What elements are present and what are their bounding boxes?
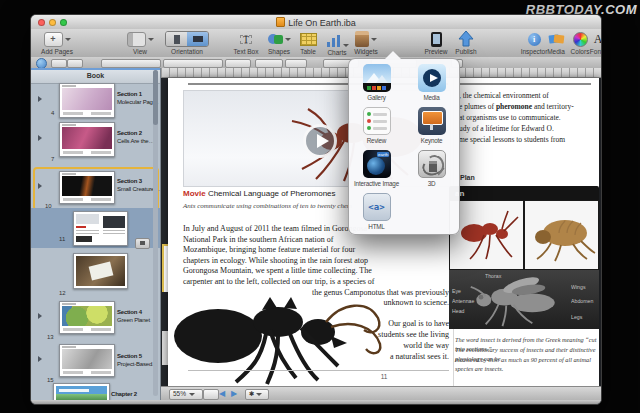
- body-text-fragment: me special lessons to students from: [459, 135, 599, 144]
- section-5-thumbnail[interactable]: [59, 344, 115, 377]
- status-bar: 55% ◀ ▶ ✱: [161, 386, 601, 400]
- page-number: 7: [51, 156, 54, 162]
- widgets-popover: Gallery Media Review Keynote: [348, 58, 460, 235]
- movie-subcaption: Ants communicate using combinations of t…: [183, 202, 352, 210]
- chevron-down-icon: [285, 38, 291, 41]
- widget-caption: measured by this: as much as 90 percent …: [455, 355, 599, 373]
- page-number: 12: [59, 290, 66, 296]
- typeface-dropdown[interactable]: [163, 59, 223, 68]
- flea-photo: [525, 201, 598, 269]
- chevron-down-icon: [256, 393, 262, 396]
- disclosure-triangle[interactable]: [38, 183, 42, 189]
- fonts-button[interactable]: A Fonts: [588, 31, 602, 55]
- disclosure-triangle[interactable]: [38, 313, 42, 319]
- orientation-control[interactable]: Orientation: [159, 31, 215, 55]
- section-1-thumbnail[interactable]: [59, 83, 115, 118]
- media-play-icon: [418, 64, 446, 92]
- page-widget-badge[interactable]: [135, 238, 150, 249]
- font-size-dropdown[interactable]: [225, 59, 251, 68]
- footer-rule: [188, 370, 449, 371]
- text-box-button[interactable]: T Text Box: [229, 31, 263, 55]
- insect-diagram: [463, 272, 583, 328]
- insect-diagram-panel[interactable]: Thorax Eye Antennae Head Wings Abdomen L…: [449, 270, 599, 329]
- page-number: 11: [59, 236, 65, 242]
- text-color-control[interactable]: [255, 59, 283, 68]
- chart-bars-icon: [322, 31, 352, 48]
- next-page-button[interactable]: ▶: [231, 390, 237, 398]
- specimen-photo-row[interactable]: [449, 200, 599, 270]
- font-family-dropdown[interactable]: [101, 59, 161, 68]
- square-shape-icon: [274, 35, 283, 44]
- publish-button[interactable]: Publish: [451, 31, 481, 55]
- text-box-icon: T: [240, 35, 252, 44]
- media-icon: [543, 31, 569, 47]
- widget-html[interactable]: <a> HTML: [349, 193, 404, 230]
- document-icon: [276, 17, 285, 27]
- charts-button[interactable]: Charts: [322, 31, 352, 56]
- widget-keynote[interactable]: Keynote: [404, 107, 459, 144]
- chapter-2-label[interactable]: Chapter 2: [111, 390, 137, 398]
- widget-box-icon: [355, 31, 369, 47]
- ipad-icon: [431, 32, 442, 47]
- publish-arrow-icon: [451, 31, 481, 47]
- preview-button[interactable]: Preview: [421, 31, 451, 55]
- add-pages-button[interactable]: + Add Pages: [37, 31, 77, 55]
- format-control[interactable]: [51, 59, 67, 68]
- page-11-thumbnail[interactable]: [73, 211, 128, 246]
- play-button[interactable]: [303, 124, 337, 158]
- media-button[interactable]: Media: [543, 31, 569, 55]
- table-icon: [300, 33, 317, 46]
- chapter-2-thumbnail[interactable]: [53, 383, 110, 400]
- body-text-fragment: , the chemical environment of: [459, 91, 599, 100]
- section-2-label[interactable]: Section 2 Cells Are the…: [117, 129, 154, 145]
- html-tag-icon: <a>: [363, 193, 391, 221]
- sidebar: Book Section 1 Molecular Pag… 4 Section …: [31, 68, 161, 400]
- body-text-fragment: udy of a lifetime for Edward O.: [459, 124, 599, 133]
- disclosure-triangle[interactable]: [38, 356, 42, 362]
- section-3-thumbnail[interactable]: [59, 171, 115, 204]
- section-4-thumbnail[interactable]: [59, 301, 115, 334]
- fonts-icon: A: [594, 36, 602, 43]
- format-control[interactable]: [67, 59, 83, 68]
- disclosure-triangle[interactable]: [38, 96, 42, 102]
- body-text-fragment: at organisms use to communicate.: [459, 113, 599, 122]
- review-checklist-icon: [363, 107, 391, 135]
- chevron-down-icon: [189, 393, 195, 396]
- lesson-plan-label: Plan: [460, 174, 475, 181]
- sidebar-header[interactable]: Book: [31, 68, 160, 84]
- widget-3d[interactable]: 3D: [404, 150, 459, 187]
- widget-review[interactable]: Review: [349, 107, 404, 144]
- header-rule: [459, 83, 591, 85]
- portrait-icon[interactable]: [166, 32, 187, 46]
- bold-italic-control[interactable]: [285, 59, 307, 68]
- page-options-menu[interactable]: ✱: [245, 389, 269, 400]
- zoom-dropdown[interactable]: 55%: [169, 389, 203, 400]
- chevron-down-icon: [65, 38, 71, 41]
- page-12-thumbnail[interactable]: [73, 253, 128, 289]
- widget-media[interactable]: Media: [404, 64, 459, 101]
- section-5-label[interactable]: Section 5 Project-Based…: [117, 352, 158, 368]
- window-bottom-edge: [31, 400, 601, 404]
- section-4-label[interactable]: Section 4 Green Planet: [117, 308, 150, 324]
- widget-interactive-image[interactable]: earth Interactive Image: [349, 150, 404, 187]
- plus-icon: +: [44, 32, 63, 47]
- sidebar-scrollbar[interactable]: [153, 70, 158, 396]
- scrollbar-thumb[interactable]: [153, 70, 158, 125]
- body-text-fragment: e plumes of pheromone and territory-: [459, 102, 599, 111]
- table-button[interactable]: Table: [294, 31, 322, 55]
- chevron-down-icon: [371, 38, 377, 41]
- view-button[interactable]: View: [123, 31, 157, 55]
- disclosure-triangle[interactable]: [38, 135, 42, 141]
- widget-title-bar: an: [449, 186, 599, 200]
- widget-gallery[interactable]: Gallery: [349, 64, 404, 101]
- landscape-icon[interactable]: [187, 32, 208, 46]
- color-wheel-icon: [573, 32, 588, 47]
- title-bar[interactable]: Life On Earth.iba: [31, 15, 601, 30]
- popover-arrow: [385, 51, 401, 59]
- zoom-stepper[interactable]: [203, 389, 219, 400]
- widgets-button[interactable]: Widgets: [351, 31, 381, 55]
- previous-page-button[interactable]: ◀: [219, 390, 225, 398]
- shapes-button[interactable]: Shapes: [264, 31, 294, 55]
- 3d-cube-icon: [418, 150, 446, 178]
- section-2-thumbnail[interactable]: [59, 122, 115, 157]
